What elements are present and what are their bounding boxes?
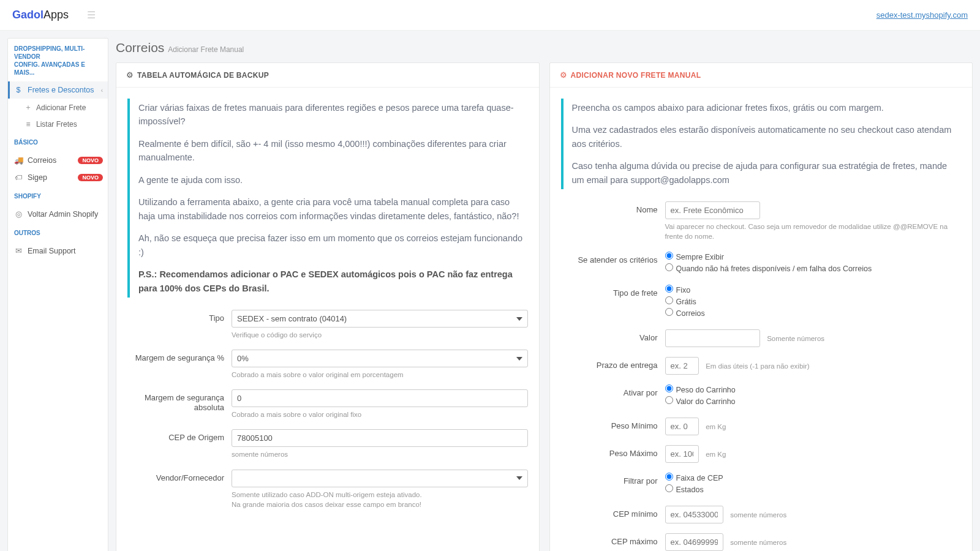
help-cep-origem: somente números [232, 449, 528, 459]
sidebar-item-correios[interactable]: 🚚 Correios NOVO [8, 151, 108, 169]
badge-novo: NOVO [78, 157, 103, 164]
sidebar-heading-advanced: DROPSHIPPING, MULTI-VENDOR CONFIG. AVANÇ… [8, 39, 108, 81]
label-tipo: Tipo [127, 310, 232, 323]
info-callout: Criar várias faixas de fretes manuais pa… [127, 99, 528, 298]
truck-icon: 🚚 [14, 156, 23, 165]
sidebar-sub-label: Listar Fretes [36, 120, 77, 129]
chevron-left-icon: ‹ [101, 87, 103, 94]
help-tipo: Verifique o código do serviço [232, 330, 528, 340]
radio-correios[interactable]: Correios [665, 308, 962, 318]
radio-peso-carrinho[interactable]: Peso do Carrinho [665, 384, 962, 394]
label-ativar: Ativar por [561, 384, 665, 398]
plus-icon: ＋ [24, 102, 32, 113]
sidebar-sub-label: Adicionar Frete [36, 103, 86, 112]
input-margem-abs[interactable] [232, 389, 528, 407]
circle-icon: ◎ [14, 209, 23, 219]
radio-sempre-exibir[interactable]: Sempre Exibir [665, 252, 962, 261]
menu-toggle-icon[interactable]: ☰ [87, 9, 96, 21]
sidebar-sub-adicionar-frete[interactable]: ＋ Adicionar Frete [8, 99, 108, 116]
dollar-icon: $ [14, 86, 23, 94]
sidebar-item-fretes-descontos[interactable]: $ Fretes e Descontos ‹ [8, 81, 108, 99]
radio-valor-carrinho[interactable]: Valor do Carrinho [665, 396, 962, 406]
gear-icon: ⚙ [560, 70, 567, 80]
input-prazo[interactable] [665, 357, 699, 375]
input-nome[interactable] [665, 201, 760, 219]
list-icon: ≡ [24, 120, 32, 129]
add-shipping-panel: ⚙ ADICIONAR NOVO FRETE MANUAL Preencha o… [549, 62, 973, 551]
radio-faixa-cep[interactable]: Faixa de CEP [665, 473, 962, 482]
help-prazo: Em dias úteis (-1 para não exibir) [706, 362, 809, 370]
label-cep-origem: CEP de Origem [127, 429, 232, 443]
label-tipo-frete: Tipo de frete [561, 285, 665, 298]
label-criterios: Se atender os critérios [561, 252, 665, 265]
label-cep-max: CEP máximo [561, 533, 665, 547]
tag-icon: 🏷 [14, 173, 23, 182]
panel-heading: ⚙ ADICIONAR NOVO FRETE MANUAL [550, 63, 973, 88]
sidebar-item-label: Voltar Admin Shopify [28, 210, 98, 219]
help-margem-abs: Cobrado a mais sobre o valor original fi… [232, 410, 528, 419]
select-tipo[interactable]: SEDEX - sem contrato (04014) [232, 310, 528, 328]
help-cep-max: somente números [730, 539, 786, 546]
label-cep-min: CEP mínimo [561, 506, 665, 519]
label-valor: Valor [561, 329, 665, 343]
input-cep-origem[interactable] [232, 429, 528, 447]
sidebar-item-email-support[interactable]: ✉ Email Support [8, 242, 108, 260]
sidebar-item-label: Correios [28, 156, 56, 165]
help-margem-pct: Cobrado a mais sobre o valor original em… [232, 370, 528, 380]
sidebar-item-sigep[interactable]: 🏷 Sigep NOVO [8, 169, 108, 186]
label-filtrar: Filtrar por [561, 473, 665, 486]
unit-kg: em Kg [706, 423, 726, 430]
panel-heading: ⚙ TABELA AUTOMÁGICA DE BACKUP [116, 63, 539, 88]
sidebar-sub-listar-fretes[interactable]: ≡ Listar Fretes [8, 116, 108, 132]
unit-kg: em Kg [706, 451, 726, 458]
sidebar-item-label: Email Support [28, 247, 76, 255]
radio-gratis[interactable]: Grátis [665, 296, 962, 306]
sidebar-heading-outros: OUTROS [8, 223, 108, 242]
radio-falha-correios[interactable]: Quando não há fretes disponíveis / em fa… [665, 263, 962, 273]
help-vendor-2: Na grande maioria dos casos deixar esse … [232, 500, 528, 509]
select-vendor[interactable] [232, 470, 528, 487]
badge-novo: NOVO [78, 174, 103, 181]
sidebar-item-label: Fretes e Descontos [28, 86, 94, 94]
info-callout: Preencha os campos abaixo para adicionar… [561, 99, 962, 189]
label-peso-min: Peso Mínimo [561, 418, 665, 431]
sidebar-heading-shopify: SHOPIFY [8, 186, 108, 205]
input-valor[interactable] [665, 329, 760, 347]
help-valor: Somente números [767, 335, 824, 342]
gear-icon: ⚙ [126, 70, 134, 80]
help-cep-min: somente números [730, 511, 786, 519]
label-margem-abs: Margem de segurança absoluta [127, 389, 232, 412]
label-vendor: Vendor/Fornecedor [127, 470, 232, 483]
sidebar: DROPSHIPPING, MULTI-VENDOR CONFIG. AVANÇ… [7, 38, 108, 551]
select-margem-pct[interactable]: 0% [232, 350, 528, 367]
sidebar-item-label: Sigep [28, 173, 47, 182]
radio-fixo[interactable]: Fixo [665, 285, 962, 294]
brand-area: GadolApps ☰ [12, 9, 96, 21]
topbar: GadolApps ☰ sedex-test.myshopify.com [0, 0, 980, 31]
help-nome: Vai aparecer no checkout. Caso seja um r… [665, 222, 962, 241]
input-cep-max[interactable] [665, 533, 723, 551]
sidebar-heading-basico: BÁSICO [8, 132, 108, 151]
help-vendor-1: Somente utilizado caso ADD-ON multi-orig… [232, 490, 528, 500]
backup-table-panel: ⚙ TABELA AUTOMÁGICA DE BACKUP Criar vári… [116, 62, 540, 551]
mail-icon: ✉ [14, 246, 23, 255]
label-peso-max: Peso Máximo [561, 445, 665, 459]
store-url-link[interactable]: sedex-test.myshopify.com [876, 10, 968, 20]
input-peso-max[interactable] [665, 445, 699, 463]
label-nome: Nome [561, 201, 665, 215]
label-margem-pct: Margem de segurança % [127, 350, 232, 363]
panel-title: ADICIONAR NOVO FRETE MANUAL [571, 71, 701, 80]
label-prazo: Prazo de entrega [561, 357, 665, 370]
input-cep-min[interactable] [665, 506, 723, 523]
radio-estados[interactable]: Estados [665, 484, 962, 494]
sidebar-item-voltar-admin[interactable]: ◎ Voltar Admin Shopify [8, 205, 108, 223]
panel-title: TABELA AUTOMÁGICA DE BACKUP [137, 71, 269, 80]
page-title: Correios Adicionar Frete Manual [116, 38, 973, 56]
input-peso-min[interactable] [665, 418, 699, 435]
brand-logo: GadolApps [12, 9, 69, 21]
page-subtitle: Adicionar Frete Manual [168, 45, 244, 54]
